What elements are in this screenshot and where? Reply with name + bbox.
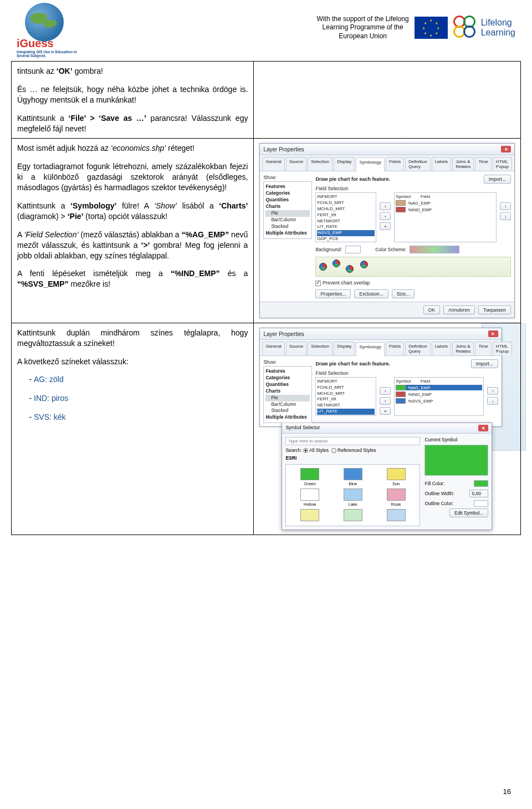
tree-stacked[interactable]: Stacked bbox=[265, 223, 310, 230]
remove-all-button[interactable]: « bbox=[380, 222, 391, 230]
tab-defquery[interactable]: Definition Query bbox=[405, 157, 430, 171]
list-item[interactable]: NETMIGRT bbox=[317, 218, 375, 225]
symbol-cell[interactable] bbox=[289, 509, 330, 522]
list-item[interactable]: FCHLD_MRT bbox=[317, 200, 375, 206]
list-item[interactable]: NETMIGRT bbox=[317, 403, 375, 409]
tab-fields[interactable]: Fields bbox=[386, 157, 404, 171]
list-item[interactable]: MCHLD_MRT bbox=[317, 391, 375, 397]
add-field-button[interactable]: › bbox=[380, 387, 391, 395]
tree-multiattr[interactable]: Multiple Attributes bbox=[265, 414, 310, 421]
exclusion-button[interactable]: Exclusion... bbox=[354, 289, 388, 298]
close-icon[interactable]: ✕ bbox=[478, 425, 488, 431]
tab-symbology[interactable]: Symbology bbox=[356, 342, 385, 356]
symbol-cell[interactable]: Green bbox=[289, 468, 330, 486]
symbol-row[interactable]: %SVS_EMP bbox=[396, 398, 482, 404]
tree-multiattr[interactable]: Multiple Attributes bbox=[265, 230, 310, 237]
list-item[interactable]: GDP_PC8 bbox=[317, 236, 375, 242]
radio-referenced-styles[interactable] bbox=[331, 448, 336, 453]
show-tree[interactable]: Features Categories Quantities Charts Pi… bbox=[263, 181, 312, 238]
outlinewidth-input[interactable]: 0,00 bbox=[469, 490, 488, 497]
tree-features[interactable]: Features bbox=[265, 184, 310, 190]
list-item[interactable]: INFMORT bbox=[317, 194, 375, 200]
tab-html[interactable]: HTML Popup bbox=[493, 342, 512, 355]
size-button[interactable]: Size... bbox=[392, 289, 415, 298]
symbol-cell[interactable] bbox=[332, 509, 374, 522]
symbol-cell[interactable]: Blue bbox=[332, 468, 374, 486]
tree-barcolumn[interactable]: Bar/Column bbox=[265, 401, 310, 408]
tree-quantities[interactable]: Quantities bbox=[265, 197, 310, 203]
list-item-selected[interactable]: %SVS_EMP bbox=[317, 230, 375, 236]
tree-charts[interactable]: Charts bbox=[265, 388, 310, 395]
tree-stacked[interactable]: Stacked bbox=[265, 408, 310, 414]
symbol-cell[interactable]: Lake bbox=[332, 489, 374, 507]
tab-general[interactable]: General bbox=[262, 157, 284, 171]
tab-labels[interactable]: Labels bbox=[432, 157, 452, 171]
tab-joins[interactable]: Joins & Relates bbox=[452, 342, 474, 355]
dialog-titlebar[interactable]: Layer Properties ✕ bbox=[260, 144, 514, 155]
symbol-cell[interactable]: Rose bbox=[376, 489, 417, 507]
symbol-row[interactable]: %IND_EMP bbox=[396, 391, 482, 397]
tab-fields[interactable]: Fields bbox=[386, 342, 404, 355]
list-item[interactable]: ENER_USE9 bbox=[317, 415, 375, 416]
list-item[interactable]: LIT_RATE bbox=[317, 224, 375, 230]
ok-button[interactable]: OK bbox=[423, 306, 440, 314]
tab-display[interactable]: Display bbox=[334, 157, 355, 171]
import-button[interactable]: Import... bbox=[484, 175, 511, 184]
edit-symbol-button[interactable]: Edit Symbol... bbox=[449, 508, 488, 517]
symbol-cell[interactable]: Hollow bbox=[289, 489, 330, 507]
cancel-button[interactable]: Annuleren bbox=[443, 306, 475, 314]
tab-joins[interactable]: Joins & Relates bbox=[452, 157, 474, 171]
field-list-left[interactable]: INFMORT FCHLD_MRT MCHLD_MRT FERT_99 NETM… bbox=[315, 377, 376, 416]
move-down-button[interactable]: ↓ bbox=[487, 397, 498, 405]
close-icon[interactable]: ✕ bbox=[488, 330, 498, 337]
tab-symbology[interactable]: Symbology bbox=[356, 157, 385, 171]
field-list-left[interactable]: INFMORT FCHLD_MRT MCHLD_MRT FERT_99 NETM… bbox=[315, 192, 376, 242]
overlap-checkbox[interactable] bbox=[315, 281, 321, 286]
tab-selection[interactable]: Selection bbox=[308, 157, 332, 171]
show-tree[interactable]: Features Categories Quantities Charts Pi… bbox=[263, 366, 312, 423]
fillcolor-picker[interactable] bbox=[474, 480, 488, 487]
move-up-button[interactable]: ↑ bbox=[500, 202, 511, 210]
list-item[interactable]: LIT_RATE bbox=[317, 409, 375, 415]
list-item[interactable]: FERT_99 bbox=[317, 212, 375, 218]
move-down-button[interactable]: ↓ bbox=[500, 212, 511, 220]
tree-pie[interactable]: Pie bbox=[265, 210, 310, 217]
outlinecolor-picker[interactable] bbox=[474, 500, 488, 507]
symbol-cell[interactable]: Sun bbox=[376, 468, 417, 486]
close-icon[interactable]: ✕ bbox=[501, 146, 511, 152]
properties-button[interactable]: Properties... bbox=[315, 289, 351, 298]
tree-categories[interactable]: Categories bbox=[265, 190, 310, 197]
symbol-field-list[interactable]: Symbol Field %AG_EMP %IND_EMP bbox=[394, 192, 497, 242]
dialog-titlebar[interactable]: Symbol Selector ✕ bbox=[282, 423, 492, 434]
list-item[interactable]: MCHLD_MRT bbox=[317, 206, 375, 212]
symbol-row[interactable]: %AG_EMP bbox=[396, 200, 495, 206]
tree-quantities[interactable]: Quantities bbox=[265, 381, 310, 388]
background-swatch[interactable] bbox=[345, 246, 361, 253]
radio-all-styles[interactable] bbox=[303, 448, 308, 453]
tree-barcolumn[interactable]: Bar/Column bbox=[265, 217, 310, 223]
tree-pie[interactable]: Pie bbox=[265, 395, 310, 401]
tab-labels[interactable]: Labels bbox=[432, 342, 452, 355]
tab-html[interactable]: HTML Popup bbox=[493, 157, 512, 171]
tab-time[interactable]: Time bbox=[475, 157, 491, 171]
tree-categories[interactable]: Categories bbox=[265, 375, 310, 381]
tab-source[interactable]: Source bbox=[286, 157, 306, 171]
symbol-field-list[interactable]: Symbol Field %AG_EMP %IND_EMP %SVS_EMP bbox=[394, 377, 484, 416]
list-item[interactable]: ENER_USE9 bbox=[317, 242, 375, 243]
import-button[interactable]: Import... bbox=[471, 359, 498, 368]
list-item[interactable]: FCHLD_MRT bbox=[317, 385, 375, 391]
dialog-titlebar[interactable]: Layer Properties ✕ bbox=[260, 328, 502, 340]
remove-all-button[interactable]: « bbox=[380, 407, 391, 415]
tab-selection[interactable]: Selection bbox=[308, 342, 332, 355]
tab-defquery[interactable]: Definition Query bbox=[405, 342, 430, 355]
add-field-button[interactable]: › bbox=[380, 202, 391, 210]
list-item[interactable]: INFMORT bbox=[317, 379, 375, 385]
apply-button[interactable]: Toepassen bbox=[478, 306, 511, 314]
remove-field-button[interactable]: ‹ bbox=[380, 212, 391, 220]
symbol-row[interactable]: %AG_EMP bbox=[396, 385, 482, 390]
symbol-cell[interactable] bbox=[376, 509, 417, 522]
tree-charts[interactable]: Charts bbox=[265, 203, 310, 210]
list-item[interactable]: FERT_99 bbox=[317, 396, 375, 403]
symbol-search-input[interactable] bbox=[285, 437, 420, 445]
tree-features[interactable]: Features bbox=[265, 368, 310, 375]
